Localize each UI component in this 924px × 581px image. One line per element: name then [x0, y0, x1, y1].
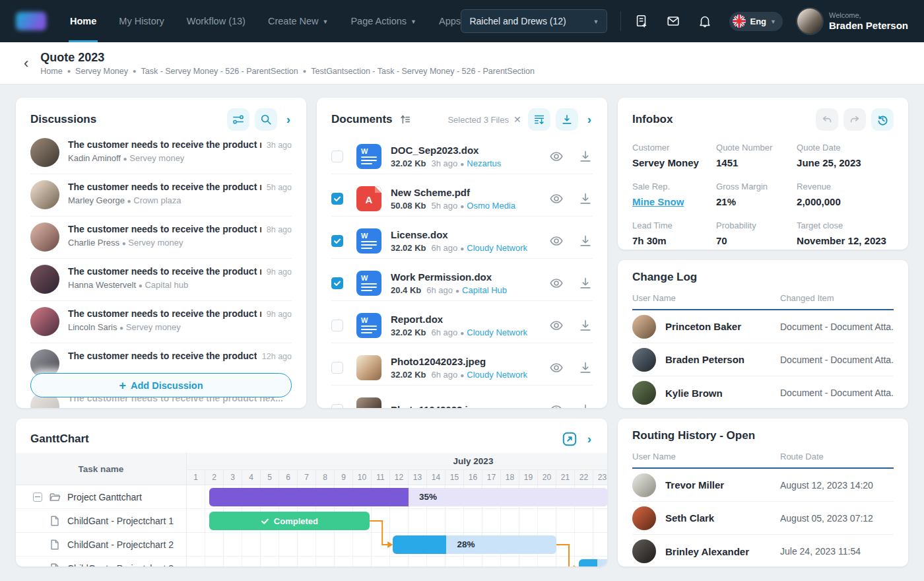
nav-item-workflow[interactable]: Workflow (13): [187, 0, 246, 42]
user-name: Braden Peterson: [829, 20, 908, 32]
discussion-title: The customer needs to receive the produc…: [68, 351, 257, 361]
document-row[interactable]: Photo11042023.jpeg: [317, 386, 607, 408]
file-tag-link[interactable]: Cloudy Network: [467, 243, 527, 253]
user-menu[interactable]: Welcome, Braden Peterson: [797, 9, 908, 34]
nav-item-my-history[interactable]: My History: [119, 0, 164, 42]
search-button[interactable]: [255, 108, 277, 131]
filter-button[interactable]: [227, 108, 249, 131]
back-button[interactable]: ‹: [24, 56, 28, 71]
download-icon[interactable]: [578, 276, 593, 290]
document-checkbox[interactable]: [331, 320, 343, 331]
add-discussion-button[interactable]: + Add Discussion: [30, 373, 292, 397]
history-button[interactable]: [871, 108, 894, 131]
discussion-item[interactable]: The customer needs to receive the produc…: [16, 174, 306, 217]
nav-item-apps[interactable]: Apps: [439, 0, 461, 42]
download-all-button[interactable]: [556, 108, 578, 131]
avatar: [30, 180, 59, 209]
preview-eye-icon[interactable]: [549, 276, 564, 290]
file-tag-link[interactable]: Cloudy Network: [467, 370, 527, 380]
mail-icon[interactable]: [666, 14, 680, 28]
breadcrumb-item[interactable]: Task - Servey Money - 526 - ParentSectio…: [141, 67, 298, 76]
discussion-item[interactable]: The customer needs to receive the produc…: [16, 301, 306, 343]
download-icon[interactable]: [578, 234, 593, 248]
user-name: Seth Clark: [665, 512, 714, 524]
gantt-task-child[interactable]: ChildGant - Projectchart 2: [16, 533, 186, 557]
change-log-title: Change Log: [632, 271, 697, 284]
discussion-title: The customer needs to receive the produc…: [68, 224, 261, 234]
gantt-bar[interactable]: Completed: [209, 512, 370, 530]
note-add-icon[interactable]: [634, 14, 649, 28]
preview-eye-icon[interactable]: [549, 403, 564, 409]
document-checkbox[interactable]: [331, 362, 343, 374]
preview-eye-icon[interactable]: [549, 149, 564, 164]
file-tag-link[interactable]: Cloudy Network: [467, 327, 527, 337]
download-icon[interactable]: [578, 403, 593, 409]
discussion-item[interactable]: The customer needs to receive the produc…: [16, 217, 306, 259]
add-discussion-label: Add Discussion: [131, 380, 203, 391]
gantt-day-11: 11: [372, 470, 390, 485]
nav-item-page-actions[interactable]: Page Actions▼: [350, 0, 416, 42]
preview-eye-icon[interactable]: [549, 318, 564, 333]
gantt-bar[interactable]: [579, 559, 597, 566]
download-icon[interactable]: [578, 149, 593, 164]
collapse-icon[interactable]: [33, 493, 42, 502]
infobox-field-label: Revenue: [797, 182, 894, 191]
document-row[interactable]: Photo12042023.jpeg32.02 Kb6h ago●Cloudy …: [317, 343, 607, 386]
document-name: Report.dox: [391, 314, 543, 325]
bell-icon[interactable]: [698, 14, 712, 28]
preview-eye-icon[interactable]: [549, 360, 564, 375]
expand-fullscreen-icon[interactable]: [561, 430, 578, 448]
download-icon[interactable]: [578, 191, 593, 206]
discussions-expand-chevron[interactable]: ›: [282, 110, 292, 129]
document-checkbox[interactable]: [331, 404, 343, 409]
gantt-day-23: 23: [593, 470, 607, 485]
document-row[interactable]: WDOC_Sep2023.dox32.02 Kb3h ago●Nezartus: [317, 132, 607, 174]
workspace-select[interactable]: Raichel and Drews (12) ▼: [461, 9, 607, 33]
nav-item-create-new[interactable]: Create New▼: [268, 0, 328, 42]
download-icon[interactable]: [578, 318, 593, 333]
change-log-header: User Name Changed Item: [632, 288, 894, 310]
gantt-task-child[interactable]: ChildGant - Projectchart 1: [16, 509, 186, 533]
discussion-item[interactable]: The customer needs to receive the produc…: [16, 132, 306, 174]
nav-item-home[interactable]: Home: [70, 0, 96, 42]
document-row[interactable]: WWork Permission.dox20.4 Kb6h ago●Capita…: [317, 259, 607, 301]
author-company: Servey money: [126, 322, 181, 332]
document-row[interactable]: WReport.dox32.02 Kb6h ago●Cloudy Network: [317, 301, 607, 343]
gantt-task-child[interactable]: ChildGant - Projectchart 3: [16, 557, 186, 566]
infobox-field-value[interactable]: Mine Snow: [632, 196, 716, 207]
breadcrumb-item[interactable]: Servey Money: [75, 67, 128, 76]
file-tag-link[interactable]: Nezartus: [467, 158, 501, 168]
sort-icon[interactable]: [399, 114, 411, 125]
plus-icon: +: [119, 380, 126, 392]
language-selector[interactable]: Eng ▼: [729, 12, 782, 31]
document-row[interactable]: ANew Scheme.pdf50.08 Kb5h ago●Osmo Media: [317, 174, 607, 217]
document-checkbox[interactable]: [331, 193, 343, 205]
preview-eye-icon[interactable]: [549, 234, 564, 248]
discussion-author: Hanna Westervelt ● Capital hub: [68, 280, 292, 290]
gantt-bar[interactable]: [393, 535, 446, 554]
archive-list-button[interactable]: [528, 108, 550, 131]
document-checkbox[interactable]: [331, 277, 343, 289]
breadcrumb-item[interactable]: TestGantsection - Task - Servey Money - …: [311, 67, 535, 76]
infobox-field: Probability70: [716, 221, 797, 246]
gantt-bar[interactable]: [209, 488, 409, 506]
breadcrumb-item[interactable]: Home: [40, 67, 62, 76]
document-row[interactable]: WLicense.dox32.02 Kb6h ago●Cloudy Networ…: [317, 217, 607, 259]
download-icon[interactable]: [578, 360, 593, 375]
clear-selection-icon[interactable]: ✕: [513, 114, 521, 125]
document-checkbox[interactable]: [331, 151, 343, 162]
gantt-expand-chevron[interactable]: ›: [583, 429, 593, 449]
discussions-list: The customer needs to receive the produc…: [16, 132, 306, 408]
preview-eye-icon[interactable]: [549, 191, 564, 206]
discussion-item[interactable]: The customer needs to receive the produc…: [16, 259, 306, 301]
gantt-day-17: 17: [482, 470, 501, 485]
file-tag-link[interactable]: Capital Hub: [462, 285, 507, 295]
gantt-task-parent[interactable]: Project Ganttchart: [16, 485, 186, 509]
undo-button[interactable]: [816, 108, 838, 131]
app-logo[interactable]: [16, 12, 46, 30]
redo-button[interactable]: [843, 108, 866, 131]
file-tag-link[interactable]: Osmo Media: [467, 201, 515, 211]
user-name: Princeton Baker: [665, 321, 741, 332]
document-checkbox[interactable]: [331, 235, 343, 247]
documents-expand-chevron[interactable]: ›: [583, 110, 593, 129]
